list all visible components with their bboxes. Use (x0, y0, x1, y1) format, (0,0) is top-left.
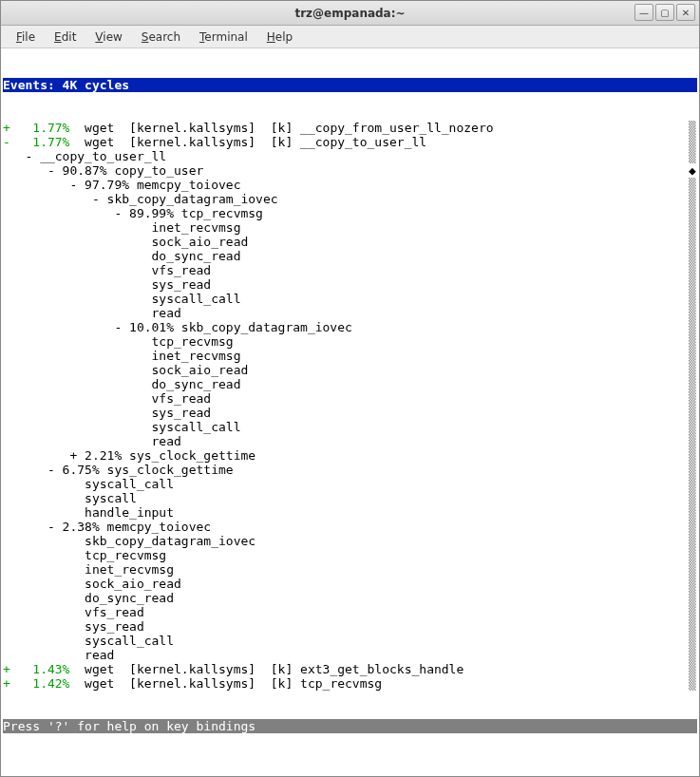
scroll-indicator[interactable]: ▒ (688, 505, 697, 520)
output-line[interactable]: handle_input▒ (3, 505, 697, 520)
maximize-button[interactable]: ▢ (655, 4, 674, 21)
scroll-indicator[interactable]: ▒ (688, 249, 697, 263)
output-line[interactable]: - 2.38% memcpy_toiovec▒ (3, 520, 697, 534)
output-line[interactable]: sys_read▒ (3, 406, 697, 420)
output-line[interactable]: do_sync_read▒ (3, 249, 697, 263)
line-content: - 97.79% memcpy_toiovec (3, 178, 688, 192)
menu-view[interactable]: View (85, 28, 131, 47)
scroll-indicator[interactable]: ▒ (688, 648, 697, 662)
terminal-output[interactable]: Events: 4K cycles + 1.77% wget [kernel.k… (1, 48, 699, 776)
output-line[interactable]: sock_aio_read▒ (3, 363, 697, 377)
scroll-indicator[interactable]: ▒ (688, 178, 697, 192)
menu-terminal[interactable]: Terminal (190, 28, 257, 47)
scroll-indicator[interactable]: ▒ (688, 121, 697, 135)
close-button[interactable]: ✕ (676, 4, 695, 21)
output-line[interactable]: - __copy_to_user_ll▒ (3, 149, 697, 163)
line-content: skb_copy_datagram_iovec (3, 534, 688, 548)
scroll-indicator[interactable]: ▒ (688, 363, 697, 377)
output-line[interactable]: vfs_read▒ (3, 263, 697, 277)
output-line[interactable]: - 90.87% copy_to_user◆ (3, 163, 697, 178)
scroll-indicator[interactable]: ▒ (688, 192, 697, 206)
scroll-indicator[interactable]: ▒ (688, 206, 697, 220)
output-line[interactable]: inet_recvmsg▒ (3, 562, 697, 577)
output-line[interactable]: read▒ (3, 434, 697, 448)
scroll-indicator[interactable]: ▒ (688, 306, 697, 320)
output-line[interactable]: - 10.01% skb_copy_datagram_iovec▒ (3, 320, 697, 334)
scroll-indicator[interactable]: ▒ (688, 577, 697, 591)
scroll-indicator[interactable]: ▒ (688, 377, 697, 391)
scroll-indicator[interactable]: ◆ (688, 163, 697, 178)
line-content: - 90.87% copy_to_user (3, 163, 688, 178)
output-line[interactable]: inet_recvmsg▒ (3, 349, 697, 363)
scroll-indicator[interactable]: ▒ (688, 562, 697, 577)
scroll-indicator[interactable]: ▒ (688, 349, 697, 363)
output-line[interactable]: sys_read▒ (3, 619, 697, 634)
line-content: + 1.77% wget [kernel.kallsyms] [k] __cop… (3, 121, 688, 135)
menu-file[interactable]: File (7, 28, 45, 47)
scroll-indicator[interactable]: ▒ (688, 619, 697, 634)
scroll-indicator[interactable]: ▒ (688, 149, 697, 163)
output-line[interactable]: + 1.77% wget [kernel.kallsyms] [k] __cop… (3, 121, 697, 135)
output-line[interactable]: sock_aio_read▒ (3, 235, 697, 249)
minimize-button[interactable]: — (634, 4, 653, 21)
output-line[interactable]: inet_recvmsg▒ (3, 220, 697, 235)
output-line[interactable]: - 1.77% wget [kernel.kallsyms] [k] __cop… (3, 135, 697, 149)
output-line[interactable]: + 1.43% wget [kernel.kallsyms] [k] ext3_… (3, 662, 697, 676)
scroll-indicator[interactable]: ▒ (688, 605, 697, 619)
line-rest: wget [kernel.kallsyms] [k] __copy_to_use… (69, 135, 426, 149)
output-line[interactable]: tcp_recvmsg▒ (3, 548, 697, 562)
scroll-indicator[interactable]: ▒ (688, 406, 697, 420)
scroll-indicator[interactable]: ▒ (688, 448, 697, 463)
output-line[interactable]: sys_read▒ (3, 277, 697, 292)
scroll-indicator[interactable]: ▒ (688, 662, 697, 676)
menu-search[interactable]: Search (132, 28, 190, 47)
output-line[interactable]: - 6.75% sys_clock_gettime▒ (3, 463, 697, 477)
output-line[interactable]: sock_aio_read▒ (3, 577, 697, 591)
scroll-indicator[interactable]: ▒ (688, 520, 697, 534)
output-line[interactable]: syscall▒ (3, 491, 697, 505)
output-line[interactable]: - 89.99% tcp_recvmsg▒ (3, 206, 697, 220)
output-line[interactable]: do_sync_read▒ (3, 591, 697, 605)
output-line[interactable]: - 97.79% memcpy_toiovec▒ (3, 178, 697, 192)
output-line[interactable]: read▒ (3, 306, 697, 320)
output-line[interactable]: + 2.21% sys_clock_gettime▒ (3, 448, 697, 463)
scroll-indicator[interactable]: ▒ (688, 463, 697, 477)
output-line[interactable]: syscall_call▒ (3, 420, 697, 434)
scroll-indicator[interactable]: ▒ (688, 591, 697, 605)
output-line[interactable]: skb_copy_datagram_iovec▒ (3, 534, 697, 548)
scroll-indicator[interactable]: ▒ (688, 634, 697, 648)
help-footer: Press '?' for help on key bindings (3, 719, 697, 733)
output-line[interactable]: - skb_copy_datagram_iovec▒ (3, 192, 697, 206)
scroll-indicator[interactable]: ▒ (688, 263, 697, 277)
scroll-indicator[interactable]: ▒ (688, 491, 697, 505)
scroll-indicator[interactable]: ▒ (688, 391, 697, 406)
scroll-indicator[interactable]: ▒ (688, 534, 697, 548)
output-line[interactable]: syscall_call▒ (3, 634, 697, 648)
output-line[interactable]: + 1.42% wget [kernel.kallsyms] [k] tcp_r… (3, 676, 697, 691)
scroll-indicator[interactable]: ▒ (688, 292, 697, 306)
scroll-indicator[interactable]: ▒ (688, 135, 697, 149)
menu-help[interactable]: Help (257, 28, 302, 47)
output-line[interactable]: vfs_read▒ (3, 391, 697, 406)
line-content: inet_recvmsg (3, 220, 688, 235)
titlebar[interactable]: trz@empanada:~ — ▢ ✕ (1, 1, 699, 26)
scroll-indicator[interactable]: ▒ (688, 220, 697, 235)
scroll-indicator[interactable]: ▒ (688, 277, 697, 292)
line-rest: wget [kernel.kallsyms] [k] ext3_get_bloc… (69, 662, 464, 676)
scroll-indicator[interactable]: ▒ (688, 548, 697, 562)
scroll-indicator[interactable]: ▒ (688, 676, 697, 691)
output-line[interactable]: syscall_call▒ (3, 292, 697, 306)
scroll-indicator[interactable]: ▒ (688, 320, 697, 334)
output-line[interactable]: tcp_recvmsg▒ (3, 334, 697, 349)
menu-edit[interactable]: Edit (45, 28, 85, 47)
output-line[interactable]: do_sync_read▒ (3, 377, 697, 391)
scroll-indicator[interactable]: ▒ (688, 334, 697, 349)
scroll-indicator[interactable]: ▒ (688, 235, 697, 249)
scroll-indicator[interactable]: ▒ (688, 420, 697, 434)
line-content: syscall_call (3, 634, 688, 648)
output-line[interactable]: vfs_read▒ (3, 605, 697, 619)
scroll-indicator[interactable]: ▒ (688, 434, 697, 448)
output-line[interactable]: read▒ (3, 648, 697, 662)
output-line[interactable]: syscall_call▒ (3, 477, 697, 491)
scroll-indicator[interactable]: ▒ (688, 477, 697, 491)
